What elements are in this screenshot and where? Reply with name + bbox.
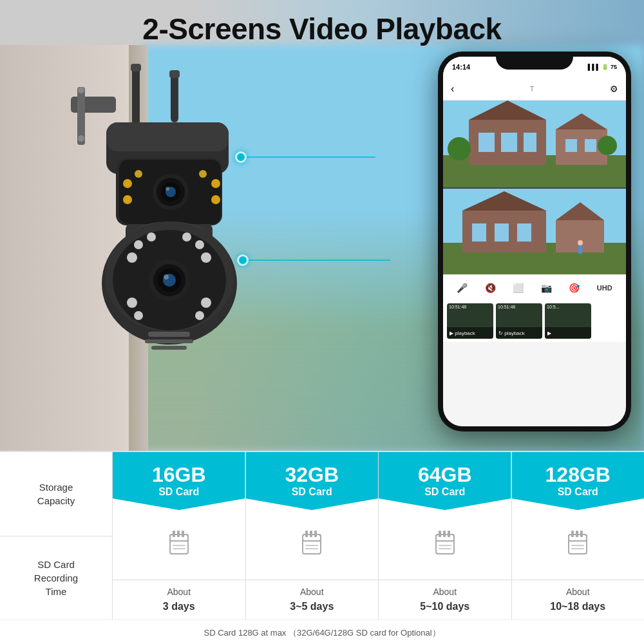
storage-capacity-text: Storage Capacity (37, 480, 75, 507)
svg-point-22 (135, 170, 142, 178)
connector-bottom (237, 254, 390, 266)
phone-video-top (443, 100, 626, 187)
sd-card-label-64: SD Card (424, 486, 465, 498)
phone-screen: 14:14 ▌▌▌ 🔋 75 ‹ T ⚙ (443, 57, 626, 426)
svg-point-36 (147, 232, 156, 242)
svg-rect-95 (576, 531, 578, 537)
days-cell-64: About 5~10 days (379, 580, 511, 620)
svg-rect-46 (151, 346, 187, 350)
phone-nav-bar: ‹ T ⚙ (443, 77, 626, 100)
thumbnail-2: 10:51:48 ↻ playback (496, 303, 542, 339)
svg-rect-75 (182, 531, 184, 537)
svg-point-58 (448, 137, 471, 160)
phone-notch (496, 52, 573, 70)
svg-point-33 (164, 274, 169, 279)
svg-point-42 (201, 298, 211, 308)
svg-point-37 (201, 252, 211, 263)
badge-64gb: 64GB SD Card (379, 452, 511, 510)
footer-note: SD Card 128G at max （32G/64G/128G SD car… (0, 620, 644, 644)
hero-section: 2-Screens Video Playback (0, 0, 644, 451)
svg-rect-90 (439, 545, 451, 546)
days-cell-16: About 3 days (113, 580, 245, 620)
days-1: 3 days (163, 599, 195, 614)
days-2: 3~5 days (290, 599, 334, 614)
sd-icon-2 (299, 529, 325, 561)
svg-rect-66 (517, 223, 531, 242)
phone-video-bottom (443, 187, 626, 274)
sd-icon-1 (166, 529, 192, 561)
svg-point-40 (127, 298, 137, 308)
back-icon: ‹ (451, 83, 454, 95)
recording-cell-16 (113, 510, 245, 580)
table-label-column: Storage Capacity SD Card Recording Time (0, 452, 113, 620)
svg-rect-69 (578, 245, 582, 254)
camera-svg (32, 58, 290, 419)
svg-point-43 (195, 311, 204, 320)
badge-16gb: 16GB SD Card (113, 452, 245, 510)
thumbnail-1: 10:51:48 ▶ playback (447, 303, 493, 339)
about-3: About (433, 585, 457, 599)
svg-rect-81 (310, 531, 312, 537)
svg-rect-74 (177, 531, 180, 537)
sd-card-recording-text: SD Card Recording Time (34, 558, 78, 598)
svg-rect-73 (173, 531, 175, 537)
recording-cell-32 (246, 510, 379, 580)
sd-icon-3 (432, 529, 458, 561)
days-4: 10~18 days (550, 599, 605, 614)
sd-card-label-32: SD Card (292, 486, 332, 498)
mic-icon: 🎤 (457, 283, 468, 293)
svg-point-35 (134, 240, 143, 249)
col-128gb: 128GB SD Card (512, 452, 645, 620)
table-data-columns: 16GB SD Card (113, 452, 644, 620)
phone-time: 14:14 (452, 63, 470, 71)
svg-point-59 (598, 136, 617, 155)
svg-point-23 (199, 170, 207, 178)
svg-rect-4 (132, 64, 140, 126)
about-1: About (167, 585, 191, 599)
ptz-icon: 🎯 (569, 283, 580, 293)
svg-rect-65 (495, 223, 509, 242)
thumbnail-3: 10:5... ▶ (545, 303, 591, 339)
sd-icon-4 (565, 529, 591, 561)
svg-rect-57 (585, 139, 596, 152)
svg-rect-89 (448, 531, 450, 537)
phone-controls-bar: 🎤 🔇 ⬜ 📷 🎯 UHD (443, 274, 626, 300)
col-64gb: 64GB SD Card (379, 452, 512, 620)
sd-card-label-16: SD Card (158, 486, 199, 498)
page-title: 2-Screens Video Playback (0, 0, 644, 46)
svg-rect-96 (580, 531, 583, 537)
col-32gb: 32GB SD Card (246, 452, 379, 620)
svg-rect-53 (524, 133, 536, 152)
svg-rect-98 (571, 548, 584, 549)
svg-rect-97 (571, 545, 584, 546)
svg-rect-91 (439, 548, 451, 549)
about-4: About (566, 585, 590, 599)
days-cell-128: About 10~18 days (512, 580, 645, 620)
camera-image-container (26, 52, 296, 425)
gb-label-128: 128GB (545, 464, 611, 485)
gb-label-32: 32GB (285, 464, 339, 485)
svg-rect-44 (148, 332, 190, 337)
connector-top (235, 151, 375, 163)
sd-card-label-128: SD Card (558, 486, 598, 498)
house-image-top (443, 100, 626, 187)
svg-rect-64 (472, 223, 486, 242)
phone-icons: ▌▌▌ 🔋 75 (588, 64, 617, 70)
svg-rect-52 (501, 133, 517, 152)
house-image-bottom (443, 189, 626, 274)
svg-rect-56 (565, 139, 577, 152)
thumb-label-1: ▶ playback (447, 327, 493, 339)
about-2: About (300, 585, 324, 599)
thumb-label-2: ↻ playback (496, 327, 542, 339)
svg-rect-51 (478, 133, 495, 152)
svg-rect-85 (436, 535, 454, 554)
svg-point-19 (123, 195, 132, 204)
svg-rect-87 (439, 531, 441, 537)
nav-title: T (530, 85, 535, 93)
phone-thumbnails: 10:51:48 ▶ playback 10:51:48 ↻ playback … (443, 300, 626, 342)
svg-rect-7 (169, 70, 180, 78)
badge-128gb: 128GB SD Card (512, 452, 645, 510)
svg-point-3 (78, 135, 84, 142)
svg-point-34 (127, 252, 137, 263)
svg-point-18 (123, 179, 132, 188)
